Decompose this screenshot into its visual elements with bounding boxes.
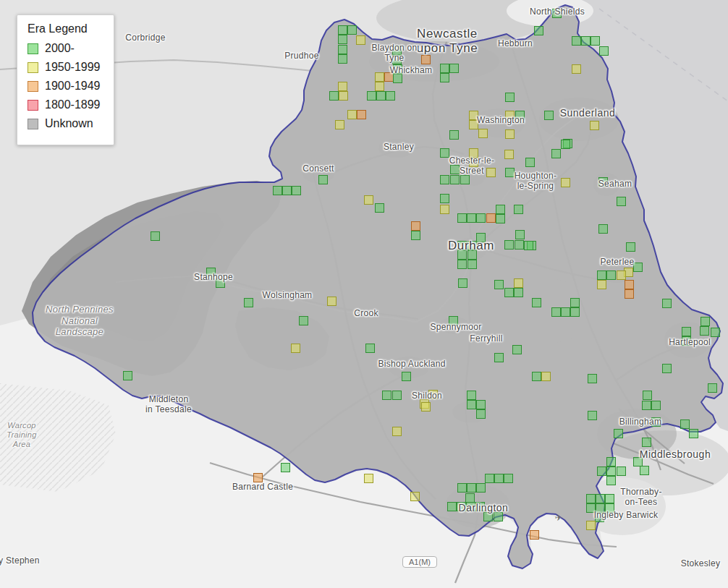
era-square-1950-1999[interactable] [505, 129, 515, 139]
era-square-2000[interactable] [599, 46, 609, 56]
era-square-2000[interactable] [606, 270, 616, 280]
era-square-1950-1999[interactable] [486, 168, 496, 177]
era-square-2000[interactable] [393, 64, 402, 74]
era-square-2000[interactable] [586, 503, 596, 513]
era-square-2000[interactable] [467, 250, 477, 260]
era-square-2000[interactable] [626, 242, 635, 252]
era-square-2000[interactable] [642, 438, 651, 447]
era-square-2000[interactable] [467, 260, 477, 269]
era-square-2000[interactable] [708, 383, 717, 393]
era-square-2000[interactable] [651, 401, 661, 410]
era-square-2000[interactable] [440, 64, 449, 73]
era-square-1950-1999[interactable] [597, 280, 606, 289]
era-square-2000[interactable] [496, 205, 505, 214]
era-square-2000[interactable] [534, 26, 543, 35]
era-square-2000[interactable] [570, 298, 580, 307]
era-square-1900-1949[interactable] [421, 55, 431, 64]
era-square-2000[interactable] [338, 54, 347, 64]
era-square-2000[interactable] [457, 250, 467, 260]
era-square-2000[interactable] [347, 25, 357, 35]
era-square-1950-1999[interactable] [617, 270, 626, 280]
era-square-2000[interactable] [711, 328, 720, 337]
era-square-2000[interactable] [450, 175, 460, 184]
era-square-2000[interactable] [411, 231, 420, 240]
era-square-2000[interactable] [282, 186, 292, 195]
era-square-2000[interactable] [457, 213, 467, 223]
era-square-2000[interactable] [606, 466, 616, 476]
era-square-2000[interactable] [299, 316, 308, 325]
era-square-2000[interactable] [598, 177, 608, 187]
era-square-2000[interactable] [460, 175, 470, 184]
era-square-2000[interactable] [440, 194, 449, 203]
era-square-2000[interactable] [561, 140, 570, 149]
era-square-2000[interactable] [447, 502, 457, 511]
era-square-1900-1949[interactable] [486, 213, 496, 223]
era-square-1900-1949[interactable] [530, 530, 539, 540]
era-square-2000[interactable] [504, 288, 514, 297]
era-square-2000[interactable] [292, 186, 301, 195]
era-square-1950-1999[interactable] [440, 205, 449, 214]
era-square-2000[interactable] [457, 502, 466, 511]
era-square-2000[interactable] [614, 429, 623, 438]
era-square-1950-1999[interactable] [586, 521, 596, 530]
era-square-1950-1999[interactable] [572, 64, 581, 74]
era-square-2000[interactable] [586, 494, 596, 503]
era-square-2000[interactable] [515, 230, 525, 239]
era-square-2000[interactable] [643, 391, 652, 400]
era-square-2000[interactable] [662, 364, 672, 373]
era-square-2000[interactable] [682, 336, 691, 346]
era-square-2000[interactable] [449, 64, 459, 73]
era-square-2000[interactable] [588, 374, 597, 383]
era-square-2000[interactable] [505, 168, 515, 177]
era-square-2000[interactable] [532, 298, 541, 307]
era-square-1900-1949[interactable] [253, 473, 263, 482]
era-square-1950-1999[interactable] [469, 111, 478, 120]
era-square-2000[interactable] [552, 9, 562, 18]
era-square-2000[interactable] [273, 186, 282, 195]
era-square-2000[interactable] [682, 327, 691, 336]
era-square-2000[interactable] [281, 463, 290, 472]
era-square-2000[interactable] [467, 213, 476, 223]
era-square-2000[interactable] [476, 213, 486, 223]
era-square-2000[interactable] [524, 241, 533, 250]
era-square-2000[interactable] [216, 278, 225, 288]
era-square-2000[interactable] [449, 316, 458, 325]
era-square-2000[interactable] [365, 344, 375, 353]
era-square-2000[interactable] [598, 224, 608, 234]
era-square-2000[interactable] [591, 36, 600, 46]
era-square-1950-1999[interactable] [541, 372, 551, 381]
era-square-2000[interactable] [392, 391, 402, 400]
era-square-1950-1999[interactable] [469, 148, 478, 158]
era-square-2000[interactable] [572, 36, 581, 46]
era-square-2000[interactable] [467, 391, 476, 400]
era-square-2000[interactable] [206, 268, 216, 277]
era-square-1900-1949[interactable] [411, 221, 420, 231]
era-square-2000[interactable] [338, 25, 347, 35]
era-square-2000[interactable] [338, 45, 347, 54]
era-square-2000[interactable] [662, 299, 672, 308]
era-square-2000[interactable] [512, 345, 522, 354]
era-square-2000[interactable] [642, 401, 651, 410]
era-square-1950-1999[interactable] [364, 195, 373, 205]
era-square-2000[interactable] [504, 240, 514, 250]
era-square-1950-1999[interactable] [375, 82, 384, 91]
era-square-2000[interactable] [700, 326, 709, 336]
era-square-2000[interactable] [475, 502, 485, 511]
era-square-1950-1999[interactable] [469, 158, 478, 167]
era-square-2000[interactable] [476, 409, 486, 419]
era-square-1950-1999[interactable] [335, 120, 344, 129]
era-square-2000[interactable] [392, 55, 402, 64]
era-square-1950-1999[interactable] [428, 390, 438, 399]
era-square-2000[interactable] [244, 298, 253, 307]
era-square-2000[interactable] [386, 91, 395, 101]
era-square-2000[interactable] [544, 111, 554, 120]
era-square-2000[interactable] [382, 391, 391, 400]
era-square-2000[interactable] [505, 93, 515, 102]
era-square-1950-1999[interactable] [590, 121, 599, 130]
era-square-2000[interactable] [514, 288, 523, 297]
era-square-1900-1949[interactable] [357, 110, 366, 119]
era-square-2000[interactable] [596, 503, 605, 513]
era-square-1950-1999[interactable] [339, 91, 348, 101]
era-square-1950-1999[interactable] [356, 35, 365, 45]
era-square-2000[interactable] [457, 483, 467, 493]
